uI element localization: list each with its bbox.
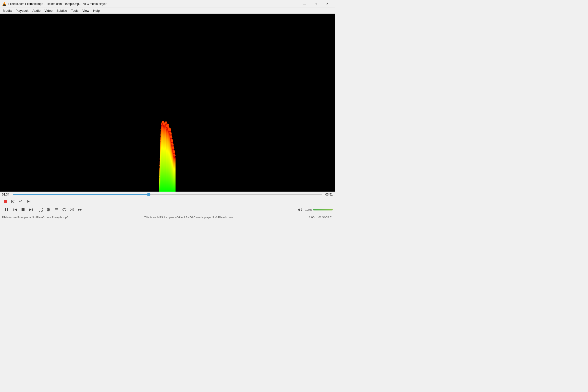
menu-item-media[interactable]: Media: [1, 8, 14, 13]
svg-marker-20: [29, 208, 32, 211]
menu-item-audio[interactable]: Audio: [30, 8, 42, 13]
close-button[interactable]: ✕: [322, 0, 333, 8]
volume-fill: [313, 209, 333, 210]
time-total: 03:51: [324, 193, 333, 196]
svg-marker-33: [80, 208, 82, 211]
svg-rect-2: [3, 5, 6, 6]
maximize-button[interactable]: □: [310, 0, 322, 8]
next-button[interactable]: [28, 206, 34, 213]
svg-marker-17: [14, 208, 17, 211]
svg-text:AB: AB: [19, 200, 22, 203]
fullscreen-button[interactable]: [37, 206, 44, 213]
menu-item-tools[interactable]: Tools: [69, 8, 80, 13]
extended-settings-button[interactable]: [45, 206, 52, 213]
seekbar-area: 01:34 03:51: [0, 192, 335, 198]
loop-button[interactable]: [61, 206, 68, 213]
menu-item-playback[interactable]: Playback: [14, 8, 30, 13]
random-button[interactable]: [68, 206, 76, 213]
window-title: FileInfo.com Example.mp3 - FileInfo.com …: [8, 2, 299, 6]
video-area: [0, 14, 335, 192]
svg-rect-16: [14, 208, 14, 211]
svg-marker-32: [78, 208, 80, 211]
seekbar-fill: [13, 194, 149, 195]
status-filename: FileInfo.com Example.mp3 - FileInfo.com …: [2, 216, 68, 219]
svg-rect-15: [7, 208, 8, 211]
playlist-button[interactable]: [53, 206, 60, 213]
play-pause-button[interactable]: [2, 205, 11, 214]
svg-rect-19: [32, 208, 32, 211]
playback-speed: 1.00x: [309, 216, 316, 219]
svg-point-7: [4, 200, 7, 203]
volume-icon: [298, 207, 302, 212]
stop-button[interactable]: [20, 206, 26, 213]
current-time: 01:34/03:51: [318, 216, 333, 219]
time-elapsed: 01:34: [2, 193, 11, 196]
previous-button[interactable]: [12, 206, 18, 213]
window-controls: — □ ✕: [299, 0, 333, 8]
svg-rect-10: [12, 200, 14, 200]
minimize-button[interactable]: —: [299, 0, 310, 8]
svg-rect-18: [22, 208, 24, 211]
svg-rect-1: [4, 4, 6, 5]
controls-row1: AB: [0, 198, 335, 205]
svg-point-25: [48, 209, 50, 210]
menu-item-view[interactable]: View: [80, 8, 91, 13]
skip-button[interactable]: [76, 206, 83, 213]
record-button[interactable]: [2, 198, 9, 205]
menubar: MediaPlaybackAudioVideoSubtitleToolsView…: [0, 8, 335, 14]
svg-rect-13: [30, 200, 30, 202]
controls-row2: 100%: [0, 205, 335, 214]
status-message: This is an .MP3 file open in VideoLAN VL…: [68, 216, 309, 219]
frame-step-button[interactable]: [26, 198, 32, 205]
svg-point-24: [48, 208, 48, 209]
snapshot-button[interactable]: [10, 198, 17, 205]
volume-area: 100%: [298, 207, 333, 212]
ab-loop-button[interactable]: AB: [18, 198, 24, 205]
volume-slider[interactable]: [313, 209, 333, 210]
titlebar: FileInfo.com Example.mp3 - FileInfo.com …: [0, 0, 335, 8]
seekbar-track[interactable]: [13, 194, 322, 195]
volume-percentage: 100%: [303, 208, 312, 211]
statusbar: FileInfo.com Example.mp3 - FileInfo.com …: [0, 214, 335, 220]
seekbar-thumb[interactable]: [147, 193, 150, 196]
spectrum-visualizer: [160, 120, 175, 192]
svg-marker-12: [28, 200, 30, 202]
menu-item-video[interactable]: Video: [42, 8, 54, 13]
menu-item-subtitle[interactable]: Subtitle: [54, 8, 69, 13]
svg-marker-0: [2, 2, 6, 6]
svg-marker-34: [298, 208, 300, 212]
svg-rect-14: [5, 208, 6, 211]
svg-point-9: [12, 201, 14, 202]
vlc-icon: [2, 2, 7, 6]
menu-item-help[interactable]: Help: [91, 8, 102, 13]
status-right: 1.00x 01:34/03:51: [309, 216, 333, 219]
svg-point-26: [48, 210, 48, 211]
